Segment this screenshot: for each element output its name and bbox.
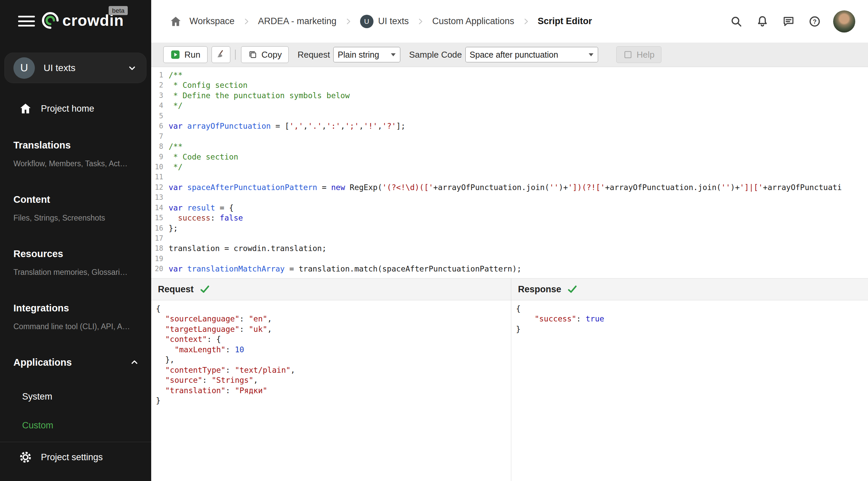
line-number: 14 bbox=[151, 203, 168, 213]
sidebar-section-title: Resources bbox=[13, 248, 142, 259]
code-text: * Define the punctuation symbols below bbox=[168, 91, 350, 101]
copy-icon bbox=[248, 50, 257, 59]
main-area: Workspace ARDEA - marketing U UI texts C… bbox=[151, 0, 868, 481]
help-button[interactable]: Help bbox=[616, 46, 661, 63]
line-number: 16 bbox=[151, 223, 168, 233]
breadcrumb: Workspace ARDEA - marketing U UI texts C… bbox=[169, 15, 592, 28]
sample-code-select-wrap: Space after punctuation bbox=[465, 47, 598, 62]
clear-button[interactable] bbox=[212, 46, 230, 63]
sidebar-item-custom[interactable]: Custom bbox=[22, 420, 53, 431]
code-text: }, bbox=[156, 355, 174, 365]
home-icon bbox=[19, 102, 32, 115]
user-avatar[interactable] bbox=[833, 10, 855, 33]
topbar: Workspace ARDEA - marketing U UI texts C… bbox=[151, 0, 868, 42]
code-text: * Code section bbox=[168, 152, 238, 162]
messages-button[interactable] bbox=[781, 14, 796, 29]
app-avatar: U bbox=[360, 15, 373, 28]
line-number: 11 bbox=[151, 172, 168, 182]
sidebar-sections: TranslationsWorkflow, Members, Tasks, Ac… bbox=[13, 139, 142, 357]
notifications-button[interactable] bbox=[755, 14, 770, 29]
sidebar-item-integrations[interactable]: IntegrationsCommand line tool (CLI), API… bbox=[13, 302, 142, 331]
search-button[interactable] bbox=[728, 14, 744, 29]
sample-code-select[interactable]: Space after punctuation bbox=[465, 47, 598, 62]
json-line: "sourceLanguage": "en", bbox=[156, 314, 511, 324]
sidebar-item-content[interactable]: ContentFiles, Strings, Screenshots bbox=[13, 194, 142, 223]
toolbar-separator bbox=[235, 50, 236, 60]
code-text: */ bbox=[168, 101, 183, 110]
breadcrumb-app[interactable]: U UI texts bbox=[360, 15, 409, 28]
request-panel-header: Request bbox=[151, 278, 511, 300]
sidebar-item-system[interactable]: System bbox=[22, 391, 53, 402]
code-line: 10 */ bbox=[151, 162, 868, 172]
code-line: 17 bbox=[151, 233, 868, 243]
breadcrumb-custom-applications[interactable]: Custom Applications bbox=[432, 16, 514, 27]
question-icon: ? bbox=[808, 15, 821, 28]
breadcrumb-app-label: UI texts bbox=[378, 16, 409, 27]
line-number: 9 bbox=[151, 152, 168, 162]
menu-hamburger-icon[interactable] bbox=[18, 15, 35, 28]
code-line: 11 bbox=[151, 172, 868, 182]
sidebar-item-applications[interactable]: Applications bbox=[13, 357, 139, 368]
breadcrumb-workspace[interactable]: Workspace bbox=[189, 16, 235, 27]
code-text: "source": "Strings", bbox=[156, 375, 258, 385]
code-line: 18translation = crowdin.translation; bbox=[151, 243, 868, 253]
topbar-actions: ? bbox=[728, 10, 855, 33]
sidebar-section-subtitle: Command line tool (CLI), API, A… bbox=[13, 322, 142, 331]
code-text: } bbox=[156, 395, 161, 406]
json-line: "contentType": "text/plain", bbox=[156, 365, 511, 375]
line-number: 20 bbox=[151, 264, 168, 274]
window-icon bbox=[623, 50, 633, 59]
line-number: 19 bbox=[151, 254, 168, 264]
sidebar-item-project-home[interactable]: Project home bbox=[19, 101, 94, 116]
sidebar-item-translations[interactable]: TranslationsWorkflow, Members, Tasks, Ac… bbox=[13, 139, 142, 168]
sidebar-section-subtitle: Workflow, Members, Tasks, Act… bbox=[13, 159, 142, 168]
check-icon bbox=[567, 284, 577, 294]
json-line: "translation": "Рядки" bbox=[156, 385, 511, 395]
run-label: Run bbox=[184, 50, 200, 60]
line-number: 1 bbox=[151, 70, 168, 80]
code-text: translation = crowdin.translation; bbox=[168, 243, 327, 253]
chevron-up-icon bbox=[130, 358, 139, 367]
line-number: 13 bbox=[151, 192, 168, 202]
copy-button[interactable]: Copy bbox=[241, 46, 289, 63]
code-text: } bbox=[516, 324, 521, 334]
help-menu-button[interactable]: ? bbox=[807, 14, 823, 29]
line-number: 7 bbox=[151, 131, 168, 141]
json-line: "targetLanguage": "uk", bbox=[156, 324, 511, 334]
check-icon bbox=[200, 284, 210, 294]
json-line: } bbox=[516, 324, 868, 334]
code-line: 14var result = { bbox=[151, 203, 868, 213]
chevron-down-icon bbox=[127, 63, 137, 73]
json-line: "success": true bbox=[516, 314, 868, 324]
chevron-right-icon bbox=[242, 17, 251, 26]
project-selector[interactable]: U UI texts bbox=[4, 53, 147, 83]
code-line: 19 bbox=[151, 254, 868, 264]
help-label: Help bbox=[637, 50, 654, 60]
code-line: 3 * Define the punctuation symbols below bbox=[151, 91, 868, 101]
code-text: { bbox=[516, 304, 521, 314]
broom-icon bbox=[216, 50, 226, 60]
home-icon bbox=[169, 15, 182, 28]
code-text: */ bbox=[168, 162, 183, 172]
sidebar-item-resources[interactable]: ResourcesTranslation memories, Glossari… bbox=[13, 248, 142, 277]
io-panels: Request { "sourceLanguage": "en", "targe… bbox=[151, 278, 868, 481]
request-json[interactable]: { "sourceLanguage": "en", "targetLanguag… bbox=[151, 300, 511, 406]
run-button[interactable]: Run bbox=[163, 46, 208, 63]
project-name: UI texts bbox=[43, 63, 127, 73]
code-line: 15 success: false bbox=[151, 213, 868, 223]
breadcrumb-project[interactable]: ARDEA - marketing bbox=[258, 16, 337, 27]
sidebar-item-project-settings[interactable]: Project settings bbox=[19, 449, 103, 465]
code-editor[interactable]: 1/**2 * Config section3 * Define the pun… bbox=[151, 67, 868, 278]
json-line: { bbox=[156, 304, 511, 314]
beta-badge: beta bbox=[108, 6, 128, 15]
code-line: 2 * Config section bbox=[151, 80, 868, 90]
json-line: } bbox=[156, 395, 511, 406]
request-type-select[interactable]: Plain string bbox=[333, 47, 400, 62]
line-number: 18 bbox=[151, 243, 168, 253]
sample-code-label: Sample Code bbox=[409, 50, 462, 60]
breadcrumb-home-button[interactable] bbox=[169, 15, 182, 28]
chevron-right-icon bbox=[344, 17, 353, 26]
code-text: var result = { bbox=[168, 203, 234, 213]
crowdin-logo[interactable]: crowdin beta bbox=[41, 11, 124, 30]
json-line: "maxLength": 10 bbox=[156, 345, 511, 355]
